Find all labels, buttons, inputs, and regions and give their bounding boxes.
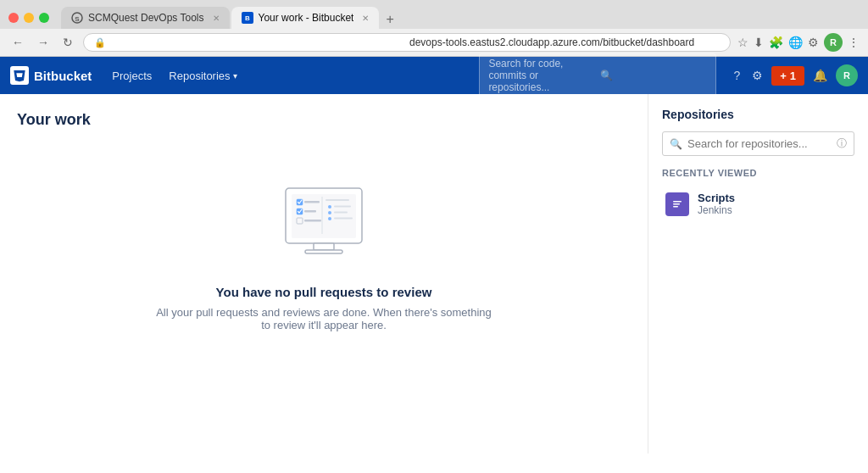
svg-rect-16 (334, 206, 351, 208)
svg-rect-18 (334, 212, 348, 214)
repo-info-icon[interactable]: ⓘ (837, 136, 847, 151)
empty-state-illustration (273, 180, 375, 268)
forward-button[interactable]: → (34, 34, 53, 51)
svg-rect-24 (673, 203, 680, 205)
window-controls (8, 13, 49, 23)
tabs-bar: S SCMQuest DevOps Tools ✕ B Your work - … (61, 7, 399, 29)
projects-link[interactable]: Projects (105, 66, 159, 86)
global-search-box[interactable]: Search for code, commits or repositories… (479, 53, 716, 97)
tab-bitbucket[interactable]: B Your work - Bitbucket ✕ (231, 7, 380, 29)
settings-button[interactable]: ⚙ (748, 65, 766, 86)
scmquest-favicon-icon: S (71, 12, 83, 24)
user-avatar[interactable]: R (836, 64, 858, 86)
tab-scmquest-label: SCMQuest DevOps Tools (88, 12, 204, 24)
svg-point-15 (328, 205, 331, 209)
top-nav: Bitbucket Projects Repositories ▾ Search… (0, 57, 868, 94)
new-tab-button[interactable]: + (381, 10, 398, 29)
lock-icon: 🔒 (94, 37, 404, 48)
right-panel: Repositories 🔍 ⓘ RECENTLY VIEWED Scripts… (648, 94, 868, 454)
svg-text:B: B (245, 14, 250, 22)
bookmark-icon[interactable]: ☆ (737, 36, 748, 49)
app-container: Bitbucket Projects Repositories ▾ Search… (0, 57, 868, 454)
back-button[interactable]: ← (8, 34, 27, 51)
recently-viewed-label: RECENTLY VIEWED (662, 168, 854, 178)
url-bar[interactable]: 🔒 devops-tools.eastus2.cloudapp.azure.co… (83, 33, 731, 52)
empty-state: You have no pull requests to review All … (17, 146, 631, 365)
tab-scmquest-close-icon[interactable]: ✕ (213, 14, 220, 23)
svg-rect-11 (304, 210, 316, 213)
repo-scripts-project: Jenkins (698, 204, 735, 216)
help-button[interactable]: ? (730, 65, 743, 86)
address-bar-row: ← → ↻ 🔒 devops-tools.eastus2.cloudapp.az… (0, 29, 868, 56)
minimize-button[interactable] (24, 13, 34, 23)
close-button[interactable] (8, 13, 19, 23)
global-search-placeholder: Search for code, commits or repositories… (488, 58, 595, 93)
search-icon: 🔍 (600, 70, 707, 81)
create-button[interactable]: + 1 (771, 66, 804, 86)
create-icon: + (780, 70, 787, 82)
topnav-links: Projects Repositories ▾ (105, 66, 243, 86)
repo-scripts-icon (665, 192, 689, 216)
repo-search-box[interactable]: 🔍 ⓘ (662, 131, 854, 156)
extensions-icon[interactable]: 🧩 (769, 36, 783, 49)
repositories-panel-title: Repositories (662, 108, 854, 121)
svg-rect-25 (673, 206, 678, 208)
tab-bitbucket-label: Your work - Bitbucket (259, 12, 354, 24)
empty-state-description: All your pull requests and reviews are d… (154, 306, 493, 331)
repo-scripts-name: Scripts (698, 192, 735, 204)
repo-search-icon: 🔍 (670, 138, 682, 150)
svg-rect-6 (314, 243, 334, 250)
profile-icon[interactable]: ⚙ (808, 36, 819, 49)
bitbucket-logo[interactable]: Bitbucket (10, 66, 92, 85)
bitbucket-logo-text: Bitbucket (34, 69, 92, 83)
svg-point-17 (328, 211, 331, 214)
svg-rect-20 (334, 218, 353, 220)
svg-rect-12 (297, 218, 303, 224)
page-title: Your work (17, 111, 631, 129)
svg-rect-9 (304, 201, 320, 203)
bb-logo-icon (10, 66, 29, 85)
svg-rect-13 (304, 220, 321, 222)
browser-actions: ☆ ⬇ 🧩 🌐 ⚙ R ⋮ (737, 33, 860, 52)
svg-text:S: S (75, 15, 80, 23)
browser-profile-button[interactable]: R (824, 33, 843, 52)
svg-rect-23 (673, 201, 682, 203)
main-content: Your work (0, 94, 868, 454)
create-label: 1 (790, 70, 796, 82)
reload-button[interactable]: ↻ (59, 34, 76, 51)
topnav-search: Search for code, commits or repositories… (258, 53, 717, 97)
security-icon[interactable]: 🌐 (788, 36, 803, 49)
repo-item-scripts[interactable]: Scripts Jenkins (662, 186, 854, 221)
repo-scripts-info: Scripts Jenkins (698, 192, 735, 216)
svg-rect-7 (305, 250, 342, 253)
svg-rect-14 (326, 199, 349, 201)
download-icon[interactable]: ⬇ (754, 36, 764, 49)
left-panel: Your work (0, 94, 648, 454)
url-text: devops-tools.eastus2.cloudapp.azure.com/… (409, 36, 720, 48)
empty-state-title: You have no pull requests to review (216, 285, 432, 299)
maximize-button[interactable] (39, 13, 49, 23)
more-menu-icon[interactable]: ⋮ (848, 36, 860, 49)
repo-search-input[interactable] (687, 137, 832, 150)
notification-button[interactable]: 🔔 (810, 65, 831, 86)
tab-bitbucket-close-icon[interactable]: ✕ (362, 14, 369, 23)
svg-point-19 (328, 217, 331, 220)
repositories-chevron-icon: ▾ (233, 71, 237, 81)
topnav-actions: ? ⚙ + 1 🔔 R (730, 64, 858, 86)
bitbucket-favicon-icon: B (242, 12, 253, 24)
repositories-link[interactable]: Repositories ▾ (162, 66, 243, 86)
tab-scmquest[interactable]: S SCMQuest DevOps Tools ✕ (61, 7, 230, 29)
